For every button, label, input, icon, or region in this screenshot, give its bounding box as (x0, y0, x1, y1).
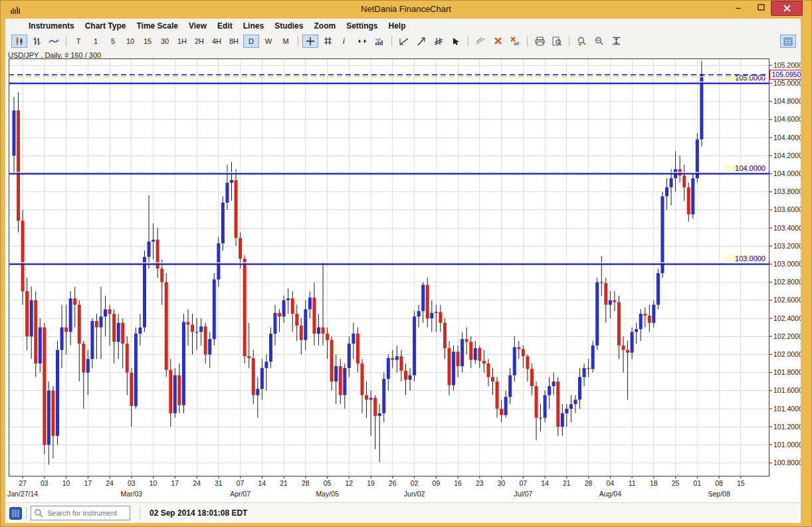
y-axis-label: 104.0000 (773, 169, 801, 177)
candle-body (670, 178, 673, 187)
y-axis-label: 105.2000 (773, 61, 801, 69)
candle-body (177, 375, 181, 405)
candle-body (239, 238, 242, 259)
close-button[interactable] (771, 1, 803, 16)
candle-body (443, 323, 447, 348)
svg-text:all: all (514, 41, 519, 46)
candle-body (452, 352, 455, 385)
y-axis-label: 102.4000 (773, 314, 801, 322)
volume-button[interactable]: vol (371, 35, 387, 48)
candle-body (356, 334, 359, 364)
print-preview-button[interactable] (549, 35, 565, 48)
candle-body (421, 285, 425, 311)
delete-all-button[interactable]: all (507, 35, 523, 48)
menu-settings[interactable]: Settings (342, 20, 382, 32)
trendline-button[interactable] (396, 35, 412, 48)
timeframe-5-button[interactable]: 5 (105, 35, 121, 48)
title-bar[interactable]: NetDania FinanceChart – (0, 0, 812, 19)
candle-body (391, 358, 394, 360)
x-axis-day-label: 11 (629, 479, 636, 487)
print-button[interactable] (532, 35, 548, 48)
horizontal-expand-button[interactable] (354, 35, 370, 48)
timeframe-8h-button[interactable]: 8H (226, 35, 242, 48)
ohlc-bars-button[interactable] (29, 35, 45, 48)
candle-body (199, 326, 203, 332)
candle-body (561, 413, 564, 427)
timeframe-15-button[interactable]: 15 (140, 35, 155, 48)
candle-body (469, 342, 472, 360)
maximize-button[interactable] (751, 0, 771, 15)
menu-lines[interactable]: Lines (239, 20, 268, 32)
timeframe-1-button[interactable]: 1 (88, 35, 104, 48)
delete-button[interactable] (490, 35, 506, 48)
candle-body (86, 359, 90, 372)
y-axis-label: 102.0000 (773, 350, 801, 358)
candle-body (34, 300, 37, 364)
menu-chart-type[interactable]: Chart Type (80, 20, 131, 32)
chart-area[interactable]: 105.0000104.0000103.0000100.8000101.0000… (5, 58, 801, 504)
y-axis-label: 103.4000 (773, 224, 801, 232)
clock-timestamp: 02 Sep 2014 18:01:08 EDT (150, 508, 247, 518)
toolbar-separator (66, 36, 66, 47)
y-axis-label: 102.8000 (773, 278, 801, 286)
trendline-angle-button[interactable] (413, 35, 429, 48)
dock-panel-button[interactable] (780, 35, 796, 48)
zoom-in-button[interactable] (573, 35, 589, 48)
timeframe-d-button[interactable]: D (243, 35, 259, 48)
y-axis-label: 104.2000 (773, 152, 801, 159)
remove-line-button[interactable] (472, 35, 488, 48)
candle-body (195, 332, 199, 332)
candle-body (413, 316, 416, 375)
minimize-button[interactable]: – (728, 0, 748, 15)
candlestick-chart[interactable]: 105.0000104.0000103.0000100.8000101.0000… (5, 58, 801, 502)
pointer-arrow-button[interactable] (448, 35, 464, 48)
grid-button[interactable] (320, 35, 336, 48)
timeframe-2h-button[interactable]: 2H (191, 35, 207, 48)
candle-body (100, 316, 103, 327)
search-input[interactable] (46, 508, 127, 518)
parallel-lines-button[interactable] (431, 35, 447, 48)
crosshair-button[interactable] (302, 35, 318, 48)
netdania-logo-icon[interactable] (9, 507, 22, 520)
candle-body (21, 221, 25, 291)
timeframe-m-button[interactable]: M (278, 35, 294, 48)
menu-edit[interactable]: Edit (213, 20, 237, 32)
timeframe-t-button[interactable]: T (70, 35, 86, 48)
candlestick-chart-button[interactable] (11, 35, 27, 48)
menu-view[interactable]: View (184, 20, 211, 32)
x-axis-day-label: 14 (541, 479, 549, 487)
candle-body (295, 314, 298, 326)
x-axis-month-label: Sep/08 (708, 490, 730, 498)
timeframe-w-button[interactable]: W (260, 35, 276, 48)
candle-body (39, 328, 42, 364)
timeframe-4h-button[interactable]: 4H (209, 35, 225, 48)
timeframe-30-button[interactable]: 30 (157, 35, 173, 48)
menu-zoom[interactable]: Zoom (309, 20, 340, 32)
window-title: NetDania FinanceChart (0, 4, 812, 14)
line-chart-button[interactable] (46, 35, 62, 48)
instrument-search[interactable] (31, 506, 130, 520)
x-axis-day-label: 15 (737, 479, 745, 487)
menu-time-scale[interactable]: Time Scale (132, 20, 182, 32)
candle-body (556, 381, 559, 427)
candle-body (365, 395, 368, 400)
candle-body (247, 356, 251, 358)
candle-body (626, 350, 629, 353)
candle-body (600, 282, 603, 283)
fit-vertical-button[interactable] (608, 35, 624, 48)
timeframe-1h-button[interactable]: 1H (174, 35, 190, 48)
info-button[interactable]: i (337, 35, 353, 48)
zoom-out-button[interactable] (591, 35, 607, 48)
x-axis-month-label: Mar/03 (121, 490, 143, 498)
candle-body (652, 305, 655, 323)
candle-body (378, 413, 381, 416)
close-icon (783, 5, 791, 12)
menu-studies[interactable]: Studies (270, 20, 308, 32)
candle-body (578, 377, 581, 399)
timeframe-10-button[interactable]: 10 (122, 35, 138, 48)
menu-instruments[interactable]: Instruments (24, 20, 79, 32)
menu-help[interactable]: Help (383, 20, 410, 32)
candle-body (660, 196, 664, 273)
x-axis-day-label: 14 (258, 479, 266, 487)
candle-body (160, 268, 163, 282)
